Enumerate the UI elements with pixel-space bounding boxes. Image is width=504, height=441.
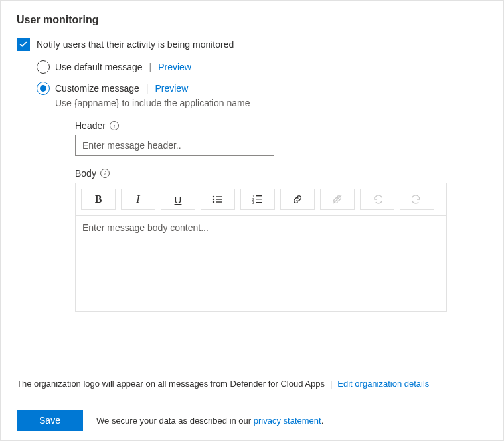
info-icon[interactable]: i bbox=[100, 169, 110, 178]
default-message-label: Use default message bbox=[55, 62, 143, 72]
radio-customize-message[interactable] bbox=[37, 82, 50, 95]
underline-button[interactable]: U bbox=[161, 189, 195, 210]
svg-rect-3 bbox=[216, 199, 222, 199]
body-textarea[interactable] bbox=[75, 216, 447, 312]
bold-icon: B bbox=[95, 193, 102, 205]
numbered-list-icon: 123 bbox=[252, 194, 263, 205]
header-field-label: Header bbox=[75, 120, 106, 131]
notify-label: Notify users that their activity is bein… bbox=[37, 39, 234, 50]
preview-default-link[interactable]: Preview bbox=[158, 62, 191, 72]
unlink-button bbox=[320, 189, 355, 210]
customize-hint: Use {appname} to include the application… bbox=[55, 98, 487, 108]
svg-rect-9 bbox=[256, 199, 262, 199]
redo-icon bbox=[412, 194, 422, 205]
italic-button[interactable]: I bbox=[121, 189, 155, 210]
undo-button bbox=[360, 189, 394, 210]
separator: | bbox=[330, 379, 332, 389]
editor-toolbar: B I U 123 bbox=[75, 183, 447, 216]
svg-point-4 bbox=[213, 201, 214, 203]
svg-rect-1 bbox=[216, 196, 222, 197]
svg-rect-7 bbox=[256, 195, 262, 196]
body-field-label: Body bbox=[75, 168, 96, 179]
notify-checkbox[interactable] bbox=[17, 38, 30, 51]
customize-message-label: Customize message bbox=[55, 83, 139, 94]
separator: | bbox=[149, 62, 152, 72]
privacy-statement-link[interactable]: privacy statement bbox=[254, 416, 321, 426]
numbered-list-button[interactable]: 123 bbox=[240, 189, 275, 210]
bold-button[interactable]: B bbox=[81, 189, 116, 210]
privacy-text: We secure your data as described in our … bbox=[96, 416, 323, 426]
checkmark-icon bbox=[19, 40, 28, 49]
svg-rect-11 bbox=[256, 202, 262, 203]
undo-icon bbox=[372, 194, 382, 205]
italic-icon: I bbox=[136, 193, 139, 205]
radio-default-message[interactable] bbox=[37, 60, 50, 74]
info-icon[interactable]: i bbox=[110, 121, 119, 130]
link-button[interactable] bbox=[280, 189, 315, 210]
header-input[interactable] bbox=[75, 135, 274, 156]
unlink-icon bbox=[332, 194, 343, 205]
svg-point-2 bbox=[213, 199, 214, 200]
redo-button bbox=[400, 189, 434, 210]
page-title: User monitoring bbox=[17, 14, 487, 26]
logo-notice: The organization logo will appear on all… bbox=[17, 379, 325, 389]
bullet-list-button[interactable] bbox=[201, 189, 235, 210]
save-button[interactable]: Save bbox=[17, 410, 83, 431]
underline-icon: U bbox=[175, 194, 182, 205]
link-icon bbox=[292, 194, 303, 205]
separator: | bbox=[146, 83, 149, 94]
svg-rect-5 bbox=[216, 201, 222, 202]
edit-org-details-link[interactable]: Edit organization details bbox=[337, 379, 429, 389]
preview-custom-link[interactable]: Preview bbox=[155, 83, 188, 94]
svg-point-0 bbox=[213, 196, 214, 197]
svg-text:3: 3 bbox=[252, 201, 254, 205]
bullet-list-icon bbox=[212, 194, 223, 205]
